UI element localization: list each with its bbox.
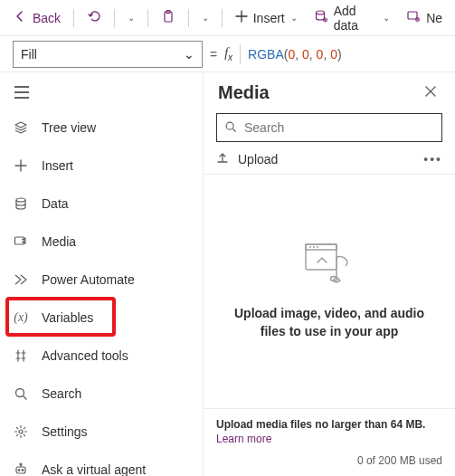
svg-point-17 [309,246,311,248]
media-icon [13,234,29,249]
divider [240,44,241,64]
database-icon [13,196,29,211]
formula-bar: Fill ⌄ = fx RGBA(0, 0, 0, 0) [0,36,455,72]
svg-rect-15 [306,244,337,270]
svg-point-9 [19,430,23,433]
search-icon [224,120,237,136]
learn-more-link[interactable]: Learn more [216,433,271,445]
layers-icon [13,120,29,135]
paste-button[interactable] [154,5,183,30]
chevron-down-icon: ⌄ [184,47,194,62]
undo-dropdown[interactable]: ⌄ [120,9,142,26]
empty-state: Upload image, video, and audio files to … [204,175,455,408]
gear-icon [13,424,29,439]
sidebar-item-variables[interactable]: (x) Variables [0,299,203,337]
sidebar-item-label: Variables [42,310,93,325]
sidebar-item-label: Settings [42,424,88,439]
footer-hint: Upload media files no larger than 64 MB. [216,418,442,431]
svg-point-18 [313,246,315,248]
undo-icon [87,9,101,26]
new-screen-label: Ne [426,11,442,25]
sidebar-item-label: Search [42,386,81,401]
chevron-down-icon: ⌄ [128,13,135,23]
svg-point-6 [16,198,25,202]
database-icon [314,9,328,26]
hamburger-icon[interactable] [14,86,29,101]
sidebar-item-label: Media [42,234,76,249]
arrow-left-icon [13,9,27,26]
flow-icon [13,272,29,287]
search-input[interactable] [244,120,434,135]
svg-point-2 [316,11,324,14]
clipboard-icon [161,9,175,26]
sidebar-item-label: Advanced tools [42,348,128,363]
sidebar-item-label: Tree view [42,120,96,135]
divider [147,9,148,27]
svg-point-14 [226,122,233,129]
svg-point-11 [18,470,20,471]
svg-point-8 [16,389,24,397]
svg-point-12 [22,470,24,471]
insert-button[interactable]: Insert ⌄ [228,6,305,29]
property-label: Fill [21,47,37,62]
search-icon [13,386,29,401]
fx-icon[interactable]: fx [224,46,232,62]
property-selector[interactable]: Fill ⌄ [13,41,203,68]
sidebar-item-label: Power Automate [42,272,135,287]
undo-button[interactable] [80,5,109,30]
sidebar-item-label: Ask a virtual agent [42,462,146,476]
sidebar-item-advanced-tools[interactable]: Advanced tools [0,337,203,375]
tools-icon [13,348,29,363]
upload-icon[interactable] [216,151,229,167]
sidebar-item-media[interactable]: Media [0,223,203,261]
media-placeholder-icon [304,243,355,287]
sidebar-item-power-automate[interactable]: Power Automate [0,261,203,299]
sidebar-item-settings[interactable]: Settings [0,413,203,451]
sidebar-item-label: Insert [42,158,73,173]
bot-icon [13,462,29,476]
media-panel: Media Upload ••• [204,72,455,476]
divider [73,9,74,27]
add-data-button[interactable]: Add data ⌄ [307,0,397,36]
more-button[interactable]: ••• [423,152,442,167]
divider [222,9,223,27]
sidebar-item-data[interactable]: Data [0,185,203,223]
sidebar-item-virtual-agent[interactable]: Ask a virtual agent [0,451,203,476]
usage-text: 0 of 200 MB used [216,454,442,467]
variable-icon: (x) [13,310,29,325]
paste-dropdown[interactable]: ⌄ [194,9,216,26]
top-toolbar: Back ⌄ ⌄ Insert ⌄ Add data ⌄ Ne [0,0,455,36]
search-box[interactable] [216,113,442,142]
add-data-label: Add data [334,4,377,33]
left-sidebar: Tree view Insert Data Media Power Automa… [0,72,204,476]
sidebar-item-label: Data [42,196,69,211]
panel-footer: Upload media files no larger than 64 MB.… [204,408,455,476]
new-screen-icon [406,9,421,26]
chevron-down-icon: ⌄ [202,13,209,23]
chevron-down-icon: ⌄ [383,13,390,23]
chevron-down-icon: ⌄ [290,13,298,23]
formula-input[interactable]: RGBA(0, 0, 0, 0) [248,47,342,62]
new-screen-button[interactable]: Ne [399,5,450,30]
sidebar-item-insert[interactable]: Insert [0,147,203,185]
svg-rect-7 [15,237,24,244]
svg-point-19 [317,246,318,248]
equals-sign: = [210,47,217,62]
divider [188,9,189,27]
svg-rect-4 [408,12,417,19]
insert-label: Insert [253,11,285,25]
back-label: Back [33,11,61,25]
plus-icon [235,10,248,25]
back-button[interactable]: Back [5,5,68,30]
empty-message: Upload image, video, and audio files to … [225,305,433,340]
plus-icon [13,158,29,173]
sidebar-item-search[interactable]: Search [0,375,203,413]
upload-button[interactable]: Upload [238,152,278,167]
sidebar-item-tree-view[interactable]: Tree view [0,109,203,147]
close-button[interactable] [421,81,441,104]
panel-title: Media [218,82,270,103]
divider [114,9,115,27]
